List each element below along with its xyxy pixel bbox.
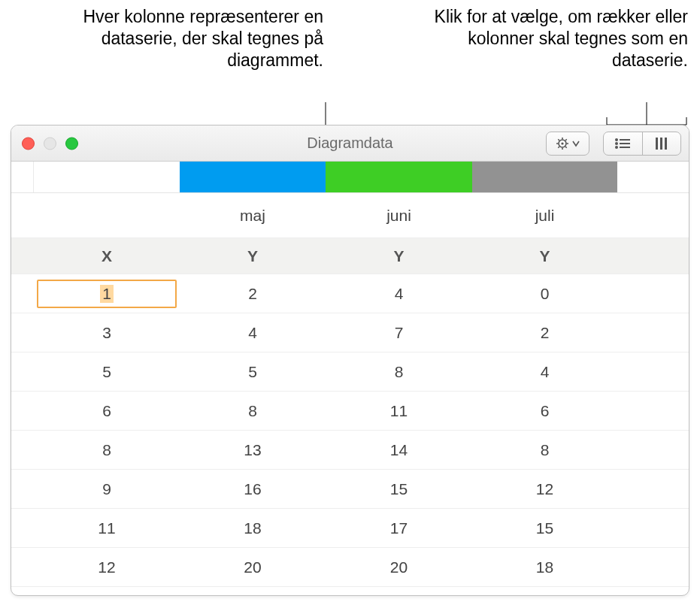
zoom-icon[interactable]	[65, 137, 78, 150]
data-cell-selected[interactable]: 1	[34, 280, 180, 308]
data-cell[interactable]: 8	[326, 363, 472, 381]
data-cell[interactable]: 20	[180, 558, 326, 576]
axis-header-cell: Y	[326, 247, 472, 265]
data-cell[interactable]: 12	[34, 558, 180, 576]
series-name-cell[interactable]: maj	[180, 207, 326, 225]
data-cell[interactable]: 2	[472, 324, 617, 342]
svg-line-11	[565, 139, 567, 141]
axis-header-cell: Y	[472, 247, 617, 265]
settings-popup-button[interactable]	[546, 132, 589, 156]
series-color-maj[interactable]	[180, 162, 326, 192]
svg-line-8	[558, 139, 559, 141]
svg-point-14	[615, 142, 618, 145]
svg-rect-13	[620, 139, 630, 141]
data-cell[interactable]: 16	[180, 480, 326, 498]
data-cell[interactable]: 14	[326, 441, 472, 459]
data-cell[interactable]: 9	[34, 480, 180, 498]
close-icon[interactable]	[22, 137, 35, 150]
svg-line-9	[565, 147, 567, 148]
svg-point-3	[561, 142, 563, 144]
table-row: 12 20 20 18	[11, 548, 689, 587]
data-cell[interactable]: 20	[326, 558, 472, 576]
data-cell[interactable]: 7	[326, 324, 472, 342]
table-row: 11 18 17 15	[11, 509, 689, 548]
svg-point-16	[615, 146, 618, 149]
plot-rows-button[interactable]	[604, 132, 643, 155]
data-cell[interactable]: 4	[180, 324, 326, 342]
table-row: 8 13 14 8	[11, 431, 689, 470]
data-cell[interactable]: 11	[326, 402, 472, 420]
svg-point-12	[615, 138, 618, 141]
data-cell[interactable]: 8	[34, 441, 180, 459]
series-orientation-segmented	[603, 132, 681, 156]
axis-header-cell: X	[34, 247, 180, 265]
data-cell[interactable]: 0	[472, 285, 617, 303]
svg-rect-17	[620, 147, 630, 148]
table-row: 5 5 8 4	[11, 352, 689, 392]
cols-icon	[653, 136, 671, 151]
data-cell[interactable]: 17	[326, 519, 472, 537]
callout-row-col-toggle: Klik for at vælge, om rækker eller kolon…	[402, 6, 688, 71]
data-cell[interactable]: 8	[472, 441, 617, 459]
table-row: 9 16 15 12	[11, 470, 689, 509]
data-cell[interactable]: 18	[472, 558, 617, 576]
svg-rect-20	[665, 138, 667, 150]
series-color-juli[interactable]	[472, 162, 617, 192]
series-name-cell[interactable]: juli	[472, 207, 617, 225]
table-row: 1 2 4 0	[11, 274, 689, 313]
data-cell[interactable]: 15	[326, 480, 472, 498]
callout-column-series: Hver kolonne repræsenterer en dataserie,…	[45, 6, 323, 71]
data-cell[interactable]: 2	[180, 285, 326, 303]
axis-header-cell: Y	[180, 247, 326, 265]
chevron-down-icon	[573, 141, 579, 146]
data-cell[interactable]: 6	[472, 402, 617, 420]
data-cell[interactable]: 13	[180, 441, 326, 459]
series-color-juni[interactable]	[326, 162, 472, 192]
plot-columns-button[interactable]	[643, 132, 681, 155]
window-titlebar: Diagramdata	[11, 126, 689, 162]
svg-line-10	[558, 147, 559, 148]
svg-rect-15	[620, 143, 630, 144]
table-row: 6 8 11 6	[11, 392, 689, 431]
axis-header-row: X Y Y Y	[11, 238, 689, 274]
data-cell[interactable]: 11	[34, 519, 180, 537]
window-title: Diagramdata	[307, 135, 393, 152]
data-cell[interactable]: 4	[326, 285, 472, 303]
data-rows: 1 2 4 0 3 4 7 2 5 5 8 4 6 8 11	[11, 274, 689, 595]
rows-icon	[614, 137, 632, 150]
data-cell[interactable]: 12	[472, 480, 617, 498]
data-cell[interactable]: 5	[180, 363, 326, 381]
data-cell[interactable]: 8	[180, 402, 326, 420]
series-color-band	[11, 162, 689, 193]
table-row: 3 4 7 2	[11, 313, 689, 352]
gear-icon	[555, 137, 580, 150]
series-name-row: maj juni juli	[11, 193, 689, 238]
minimize-icon[interactable]	[44, 137, 56, 150]
data-cell[interactable]: 6	[34, 402, 180, 420]
data-cell[interactable]: 5	[34, 363, 180, 381]
window-traffic-lights	[22, 137, 78, 150]
data-cell[interactable]: 15	[472, 519, 617, 537]
data-cell[interactable]: 18	[180, 519, 326, 537]
svg-rect-19	[660, 138, 662, 150]
data-cell[interactable]: 4	[472, 363, 617, 381]
series-name-cell[interactable]: juni	[326, 207, 472, 225]
svg-rect-18	[656, 138, 658, 150]
data-cell[interactable]: 3	[34, 324, 180, 342]
chart-data-window: Diagramdata	[11, 125, 689, 596]
